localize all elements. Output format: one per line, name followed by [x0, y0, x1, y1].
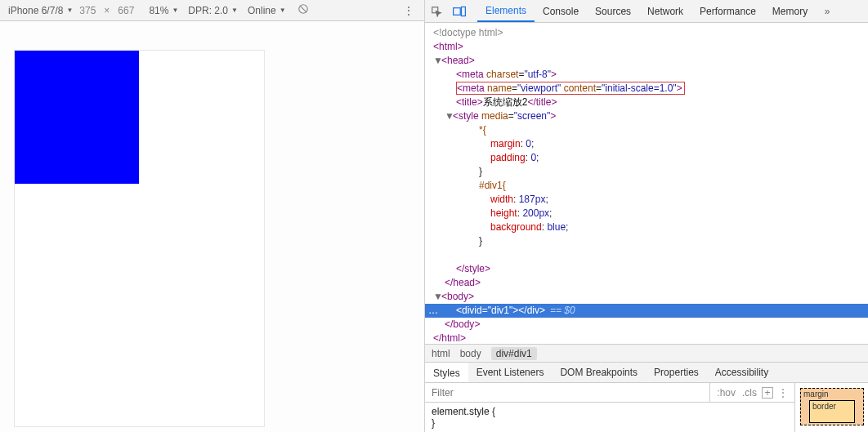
- device-select[interactable]: iPhone 6/7/8▼: [5, 5, 76, 16]
- viewport-height[interactable]: 667: [118, 5, 134, 16]
- subtab-properties[interactable]: Properties: [646, 363, 707, 382]
- kebab-menu-icon[interactable]: ⋮: [398, 4, 419, 17]
- subtab-event-listeners[interactable]: Event Listeners: [468, 363, 553, 382]
- tab-elements[interactable]: Elements: [477, 0, 535, 22]
- crumb-html[interactable]: html: [432, 348, 450, 359]
- element-style-rule[interactable]: element.style { }: [425, 403, 794, 432]
- doctype: <!doctype html>: [433, 27, 503, 38]
- div1-preview[interactable]: [15, 51, 139, 184]
- devtools-pane: Elements Console Sources Network Perform…: [425, 0, 868, 432]
- tab-sources[interactable]: Sources: [587, 0, 639, 22]
- viewport-width[interactable]: 375: [79, 5, 96, 16]
- tabs-overflow-icon[interactable]: »: [816, 0, 839, 22]
- subtab-dom-breakpoints[interactable]: DOM Breakpoints: [552, 363, 646, 382]
- rotate-icon[interactable]: [298, 3, 309, 17]
- svg-line-1: [299, 6, 306, 12]
- cls-toggle[interactable]: .cls: [740, 387, 758, 399]
- hov-toggle[interactable]: :hov: [715, 387, 737, 399]
- tab-performance[interactable]: Performance: [691, 0, 764, 22]
- meta-viewport-line[interactable]: <meta name="viewport" content="initial-s…: [456, 82, 685, 95]
- styles-filter-input[interactable]: [425, 387, 709, 399]
- crumb-div[interactable]: div#div1: [491, 347, 537, 360]
- device-toggle-icon[interactable]: [448, 0, 471, 22]
- dpr-select[interactable]: DPR: 2.0▼: [185, 5, 241, 16]
- breadcrumb: html body div#div1: [425, 344, 868, 362]
- styles-menu-icon[interactable]: ⋮: [776, 387, 790, 399]
- device-viewport-pane: iPhone 6/7/8▼ 375 × 667 81%▼ DPR: 2.0▼ O…: [0, 0, 425, 432]
- crumb-body[interactable]: body: [460, 348, 481, 359]
- network-select[interactable]: Online▼: [244, 5, 289, 16]
- styles-subtabs: Styles Event Listeners DOM Breakpoints P…: [425, 362, 868, 383]
- box-model[interactable]: margin border: [794, 383, 868, 432]
- tab-console[interactable]: Console: [535, 0, 587, 22]
- device-frame: [15, 51, 264, 426]
- dimension-x: ×: [99, 5, 114, 16]
- tab-memory[interactable]: Memory: [764, 0, 816, 22]
- svg-rect-3: [454, 7, 461, 15]
- new-rule-button[interactable]: +: [762, 387, 773, 399]
- device-toolbar: iPhone 6/7/8▼ 375 × 667 81%▼ DPR: 2.0▼ O…: [0, 0, 424, 21]
- zoom-select[interactable]: 81%▼: [145, 5, 181, 16]
- inspect-icon[interactable]: [425, 0, 448, 22]
- selected-dom-node[interactable]: …<div id="div1"></div>== $0: [425, 304, 868, 318]
- styles-panel: :hov .cls + ⋮ element.style { } margin b…: [425, 383, 868, 432]
- rendered-viewport: [0, 21, 424, 432]
- subtab-accessibility[interactable]: Accessibility: [707, 363, 776, 382]
- svg-rect-4: [461, 7, 465, 16]
- subtab-styles[interactable]: Styles: [425, 363, 468, 382]
- dom-tree[interactable]: <!doctype html> <html> ▼<head> <meta cha…: [425, 23, 868, 344]
- devtools-tabbar: Elements Console Sources Network Perform…: [425, 0, 868, 23]
- tab-network[interactable]: Network: [639, 0, 691, 22]
